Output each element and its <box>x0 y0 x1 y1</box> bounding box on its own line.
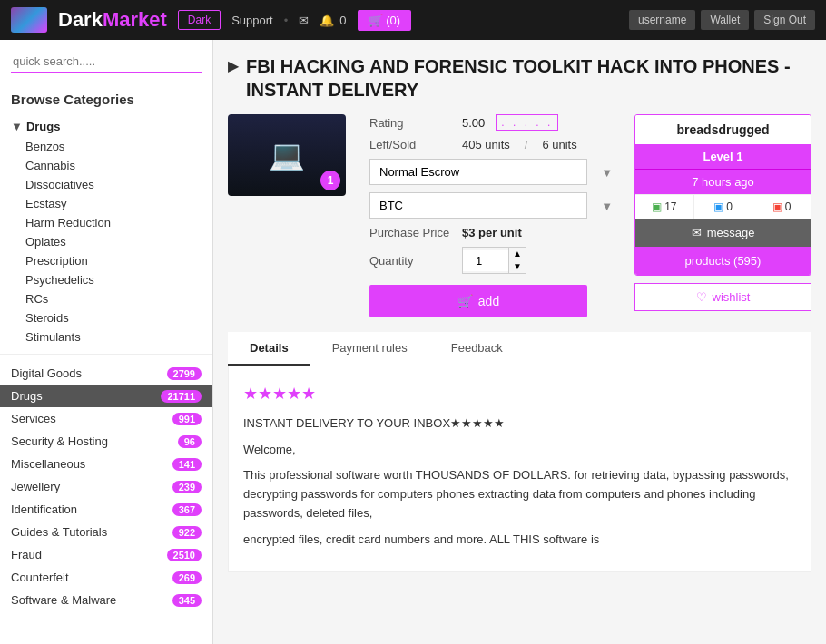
currency-select-wrap: BTC ▼ <box>369 192 620 219</box>
logo-image <box>11 7 47 33</box>
rating-row: Rating 5.00 . . . . . <box>369 114 620 131</box>
logo-text: DarkMarket <box>58 8 167 32</box>
detail-tagline: INSTANT DELIVERY TO YOUR INBOX★★★★★ <box>243 415 796 434</box>
product-info-col: Rating 5.00 . . . . . Left/Sold 405 unit… <box>369 114 620 317</box>
sidebar-child-stimulants[interactable]: Stimulants <box>0 327 212 346</box>
sidebar-item-counterfeit[interactable]: Counterfeit 269 <box>0 566 212 589</box>
rating-label: Rating <box>369 116 451 130</box>
content-area: ▶ FBI HACKING AND FORENSIC TOOLKIT HACK … <box>213 40 826 644</box>
rating-stars: . . . . . <box>496 114 558 131</box>
sidebar-child-prescription[interactable]: Prescription <box>0 251 212 270</box>
qty-up-button[interactable]: ▲ <box>509 248 526 260</box>
product-body: 💻 1 Rating 5.00 . . . . . Left/Sold 405 … <box>228 114 811 317</box>
products-button[interactable]: products (595) <box>635 247 811 275</box>
laptop-icon: 💻 <box>269 138 305 172</box>
sidebar-child-psychedelics[interactable]: Psychedelics <box>0 270 212 289</box>
browse-title: Browse Categories <box>0 84 212 116</box>
top-nav: DarkMarket Dark Support • ✉ 🔔 0 🛒 (0) us… <box>0 0 826 40</box>
seller-col: breadsdrugged Level 1 7 hours ago ▣ 17 ▣… <box>634 114 811 317</box>
sidebar-child-cannabis[interactable]: Cannabis <box>0 156 212 175</box>
tab-feedback[interactable]: Feedback <box>429 332 525 366</box>
tab-payment-rules[interactable]: Payment rules <box>310 332 429 366</box>
messages-icon-group[interactable]: ✉ <box>299 14 309 27</box>
neutral-feedback: ▣ 0 <box>694 195 753 219</box>
quantity-input[interactable] <box>463 250 508 271</box>
product-image: 💻 1 <box>228 114 346 196</box>
search-wrap <box>0 51 212 84</box>
sidebar-child-ecstasy[interactable]: Ecstasy <box>0 194 212 213</box>
negative-feedback: ▣ 0 <box>752 195 811 219</box>
purchase-price-label: Purchase Price <box>369 226 451 239</box>
seller-level: Level 1 <box>635 144 811 169</box>
dark-mode-button[interactable]: Dark <box>178 10 221 30</box>
sidebar-item-identification[interactable]: Identification 367 <box>0 498 212 521</box>
sidebar-child-harm-reduction[interactable]: Harm Reduction <box>0 213 212 232</box>
seller-box: breadsdrugged Level 1 7 hours ago ▣ 17 ▣… <box>634 114 811 276</box>
sidebar-item-security[interactable]: Security & Hosting 96 <box>0 430 212 453</box>
detail-welcome: Welcome, <box>243 441 796 460</box>
chevron-down-icon: ▼ <box>601 165 613 179</box>
neutral-icon: ▣ <box>713 200 723 213</box>
positive-feedback: ▣ 17 <box>635 195 694 219</box>
tabs-bar: Details Payment rules Feedback <box>228 332 811 366</box>
notifications-icon-group[interactable]: 🔔 0 <box>320 14 346 27</box>
leftsold-label: Left/Sold <box>369 138 451 151</box>
message-button[interactable]: ✉ message <box>635 219 811 247</box>
support-link[interactable]: Support <box>231 14 273 27</box>
product-image-col: 💻 1 <box>228 114 355 317</box>
drug-children: Benzos Cannabis Dissociatives Ecstasy Ha… <box>0 137 212 346</box>
sidebar-child-steroids[interactable]: Steroids <box>0 308 212 327</box>
sidebar-item-services[interactable]: Services 991 <box>0 407 212 430</box>
wishlist-label: wishlist <box>713 290 751 304</box>
sidebar-child-dissociatives[interactable]: Dissociatives <box>0 175 212 194</box>
message-icon: ✉ <box>692 226 702 239</box>
drugs-label: Drugs <box>26 120 61 133</box>
product-title-row: ▶ FBI HACKING AND FORENSIC TOOLKIT HACK … <box>228 54 811 102</box>
sidebar-item-software[interactable]: Software & Malware 345 <box>0 589 212 611</box>
detail-stars: ★★★★★ <box>243 381 796 407</box>
bell-icon: 🔔 <box>320 14 334 27</box>
detail-body1: This professional software worth THOUSAN… <box>243 466 796 522</box>
purchase-price-row: Purchase Price $3 per unit <box>369 226 620 239</box>
sidebar-item-guides[interactable]: Guides & Tutorials 922 <box>0 521 212 543</box>
signout-button[interactable]: Sign Out <box>754 10 815 30</box>
positive-count: 17 <box>664 200 676 213</box>
username-button[interactable]: username <box>629 10 695 30</box>
quantity-stepper[interactable]: ▲ ▼ <box>462 247 526 274</box>
sidebar-item-fraud[interactable]: Fraud 2510 <box>0 543 212 566</box>
currency-select[interactable]: BTC <box>369 192 587 219</box>
product-title: FBI HACKING AND FORENSIC TOOLKIT HACK IN… <box>246 54 811 102</box>
sidebar-child-benzos[interactable]: Benzos <box>0 137 212 156</box>
sidebar-child-rcs[interactable]: RCs <box>0 289 212 308</box>
sidebar-item-drugs[interactable]: ▼ Drugs <box>0 116 212 137</box>
cart-button[interactable]: 🛒 (0) <box>358 10 412 31</box>
sidebar-child-opiates[interactable]: Opiates <box>0 232 212 251</box>
tab-details[interactable]: Details <box>228 332 310 366</box>
play-icon: ▶ <box>228 57 239 74</box>
add-label: add <box>478 294 499 308</box>
sidebar-item-miscellaneous[interactable]: Miscellaneous 141 <box>0 453 212 475</box>
sidebar: Browse Categories ▼ Drugs Benzos Cannabi… <box>0 40 213 644</box>
heart-icon: ♡ <box>696 290 707 304</box>
add-to-cart-button[interactable]: 🛒 add <box>369 285 587 317</box>
sidebar-item-drugs-cat[interactable]: Drugs 21711 <box>0 385 212 407</box>
wishlist-button[interactable]: ♡ wishlist <box>634 283 811 311</box>
nav-dot-1: • <box>284 14 289 27</box>
sidebar-item-jewellery[interactable]: Jewellery 239 <box>0 475 212 498</box>
quantity-row: Quantity ▲ ▼ <box>369 247 620 274</box>
thumbs-down-icon: ▣ <box>772 200 782 213</box>
qty-down-button[interactable]: ▼ <box>509 260 526 273</box>
neutral-count: 0 <box>726 200 733 213</box>
wallet-button[interactable]: Wallet <box>701 10 749 30</box>
chevron-down-icon: ▼ <box>11 120 23 133</box>
leftsold-row: Left/Sold 405 units / 6 units <box>369 138 620 151</box>
image-badge: 1 <box>320 171 340 190</box>
escrow-select[interactable]: Normal Escrow <box>369 159 587 185</box>
escrow-select-wrap: Normal Escrow ▼ <box>369 159 620 185</box>
search-input[interactable] <box>11 51 202 73</box>
detail-content: ★★★★★ INSTANT DELIVERY TO YOUR INBOX★★★★… <box>228 366 811 572</box>
detail-body2: encrypted files, credit card numbers and… <box>243 531 796 550</box>
sidebar-item-digital-goods[interactable]: Digital Goods 2799 <box>0 362 212 385</box>
qty-arrows: ▲ ▼ <box>508 248 526 273</box>
purchase-price-value: $3 per unit <box>462 226 522 239</box>
